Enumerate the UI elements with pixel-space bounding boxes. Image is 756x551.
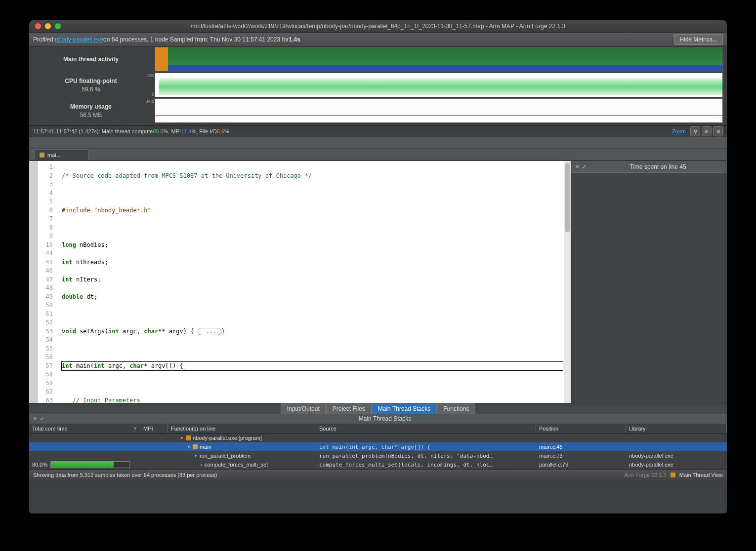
executable-icon (186, 435, 191, 440)
axis-bot: 0 (140, 92, 154, 97)
c-file-icon (40, 153, 44, 157)
tab-main-thread-stacks[interactable]: Main Thread Stacks (372, 403, 437, 414)
metric-main-thread-graph[interactable] (155, 47, 723, 72)
fileio-pct: 8.6 (217, 128, 224, 134)
close-stacks-icon[interactable]: ✕ (33, 416, 37, 421)
source-editor[interactable]: 1234567891044454647484950515253545556575… (38, 161, 571, 403)
profiled-executable-link[interactable]: nbody-parallel.exe (55, 36, 103, 43)
tab-project-files[interactable]: Project Files (326, 403, 372, 414)
time-range-text: 11:57:41-11:57:42 (1.427s): Main thread … (33, 128, 153, 134)
settings-icon[interactable]: ⚙ (713, 126, 723, 136)
metric-mem-graph[interactable]: 84.0 (155, 98, 723, 123)
metric-cpufp-label: CPU floating-point 59.6 % (29, 78, 153, 93)
file-tab-main[interactable]: mai... (34, 150, 88, 160)
scrollbar-thumb[interactable] (565, 163, 570, 232)
profiled-details: on 64 processes, 1 node Sampled from: Th… (103, 36, 289, 43)
editor-scrollbar[interactable] (564, 161, 571, 403)
zoom-link[interactable]: Zoom (672, 128, 686, 134)
profiled-duration: 1.4s (289, 36, 300, 43)
stack-row[interactable]: ▼main int main(int argc, char* argv[]) {… (29, 442, 727, 451)
metric-cpufp-graph[interactable]: 100 0 (155, 73, 723, 97)
list-icon[interactable]: ≡ (702, 126, 712, 136)
detach-stacks-icon[interactable]: ⤢ (40, 416, 44, 421)
axis-top: 100 (140, 73, 154, 78)
col-mpi[interactable]: MPI (140, 424, 168, 433)
profile-info-bar: Profiled: nbody-parallel.exe on 64 proce… (29, 33, 727, 46)
footer-view-mode: Main Thread View (679, 472, 723, 478)
mpi-pct: 11.4 (181, 128, 191, 134)
zoom-icon[interactable]: ⚲ (690, 126, 700, 136)
col-functions[interactable]: Function(s) on line (168, 424, 316, 433)
profile-gutter (29, 161, 38, 403)
metric-main-thread-label: Main thread activity (29, 56, 153, 63)
tab-input-output[interactable]: Input/Output (281, 403, 326, 414)
col-position[interactable]: Position (536, 424, 626, 433)
file-tab-label: mai... (47, 152, 61, 158)
close-panel-icon[interactable]: ✕ (575, 164, 579, 169)
tab-functions[interactable]: Functions (437, 403, 475, 414)
hide-metrics-button[interactable]: Hide Metrics... (674, 34, 723, 45)
stacks-panel-title: Main Thread Stacks (47, 415, 723, 422)
col-library[interactable]: Library (626, 424, 727, 433)
col-total-core-time[interactable]: Total core time▾ (29, 424, 140, 433)
profiled-label: Profiled: (33, 36, 55, 43)
line-time-panel-title: Time spent on line 45 (589, 163, 727, 170)
window-title: /mnt/lustre/a2fs-work2/work/z19/z19/wluc… (29, 23, 727, 30)
stack-row[interactable]: ▼run_parallel_problem run_parallel_probl… (29, 451, 727, 460)
compute-pct: 80.0 (153, 128, 163, 134)
col-source[interactable]: Source (316, 424, 536, 433)
footer-status: Showing data from 5,312 samples taken ov… (33, 472, 217, 478)
footer-version: Arm Forge 22.1.3 (624, 472, 667, 478)
time-range-bar: 11:57:41-11:57:42 (1.427s): Main thread … (29, 125, 727, 137)
titlebar: /mnt/lustre/a2fs-work2/work/z19/z19/wluc… (29, 20, 727, 33)
stack-row[interactable]: ▼nbody-parallel.exe [program] (29, 433, 727, 442)
function-icon (193, 444, 198, 449)
detach-panel-icon[interactable]: ⤢ (582, 164, 586, 169)
line-numbers: 1234567891044454647484950515253545556575… (38, 161, 56, 403)
stack-row[interactable]: 80.0% ▸compute_forces_multi_set compute_… (29, 460, 727, 469)
view-mode-icon (671, 472, 675, 477)
axis-top: 84.0 (140, 99, 154, 104)
metric-mem-label: Memory usage 56.5 MB (29, 103, 153, 118)
